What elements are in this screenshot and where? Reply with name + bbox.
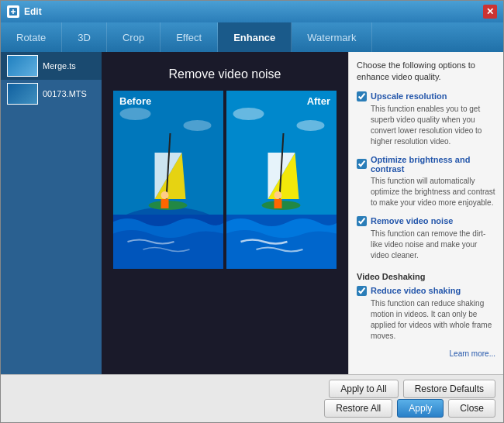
option-deshake: Reduce video shaking This function can r… [357,286,495,342]
preview-area: Remove video noise Before [102,52,348,374]
enhance-intro: Choose the following options to enhance … [357,60,495,84]
option-brightness-row: Optimize brightness and contrast [357,155,495,174]
deshake-label: Reduce video shaking [371,286,461,295]
tab-enhance[interactable]: Enhance [218,22,292,52]
noise-checkbox[interactable] [357,216,367,226]
right-panel: Choose the following options to enhance … [348,52,503,374]
svg-point-13 [184,120,212,131]
tab-effect[interactable]: Effect [161,22,218,52]
top-button-row: Apply to All Restore Defaults [329,380,495,398]
learn-more-link[interactable]: Learn more... [357,349,495,358]
option-upscale: Upscale resolution This function enables… [357,91,495,147]
file-list: Merge.ts 00173.MTS [1,52,102,374]
file-name-merge: Merge.ts [43,61,76,70]
preview-title: Remove video noise [169,67,281,81]
svg-point-23 [297,120,325,131]
content-area: Merge.ts 00173.MTS Remove video noise Be… [1,52,503,374]
restore-all-button[interactable]: Restore All [324,399,392,418]
brightness-desc: This function will automatically optimiz… [357,176,495,208]
file-item-00173[interactable]: 00173.MTS [1,80,102,108]
file-item-merge[interactable]: Merge.ts [1,52,102,80]
option-brightness: Optimize brightness and contrast This fu… [357,155,495,208]
deshake-desc: This function can reduce shaking motion … [357,298,495,342]
noise-desc: This function can remove the dirt-like v… [357,229,495,261]
bottom-bar: Apply to All Restore Defaults Restore Al… [1,374,503,422]
close-button[interactable]: Close [448,399,495,418]
apply-button[interactable]: Apply [397,399,444,418]
brightness-label: Optimize brightness and contrast [371,155,495,174]
preview-images: Before [113,91,337,269]
deshake-checkbox[interactable] [357,286,367,296]
file-thumb-00173 [7,83,38,105]
svg-point-20 [274,191,282,199]
edit-window: Edit ✕ Rotate 3D Crop Effect Enhance Wat… [0,0,504,423]
before-label: Before [119,95,151,107]
option-deshake-row: Reduce video shaking [357,286,495,296]
file-name-00173: 00173.MTS [43,89,87,98]
tab-rotate[interactable]: Rotate [1,22,62,52]
title-bar: Edit ✕ [1,1,503,22]
upscale-desc: This function enables you to get superb … [357,104,495,147]
app-icon [7,5,19,18]
preview-before: Before [113,91,223,269]
tab-watermark[interactable]: Watermark [292,22,372,52]
svg-point-10 [161,191,169,199]
noise-label: Remove video noise [371,216,453,225]
upscale-label: Upscale resolution [371,91,447,101]
svg-rect-11 [161,199,169,208]
apply-to-all-button[interactable]: Apply to All [329,380,398,398]
bottom-button-row: Restore All Apply Close [324,399,495,418]
option-noise-row: Remove video noise [357,216,495,226]
tab-3d[interactable]: 3D [62,22,107,52]
file-thumb-merge [7,55,38,77]
after-label: After [307,95,330,107]
deshaking-section-title: Video Deshaking [357,272,495,281]
upscale-checkbox[interactable] [357,91,367,101]
svg-rect-21 [274,199,282,208]
nav-tabs: Rotate 3D Crop Effect Enhance Watermark [1,22,503,52]
window-title: Edit [24,6,483,17]
svg-point-12 [120,108,151,120]
svg-point-22 [233,108,264,120]
brightness-checkbox[interactable] [357,159,367,169]
option-noise: Remove video noise This function can rem… [357,216,495,261]
tab-crop[interactable]: Crop [107,22,161,52]
option-upscale-row: Upscale resolution [357,91,495,101]
preview-after: After [226,91,337,269]
restore-defaults-button[interactable]: Restore Defaults [403,380,495,398]
close-window-button[interactable]: ✕ [483,5,497,19]
